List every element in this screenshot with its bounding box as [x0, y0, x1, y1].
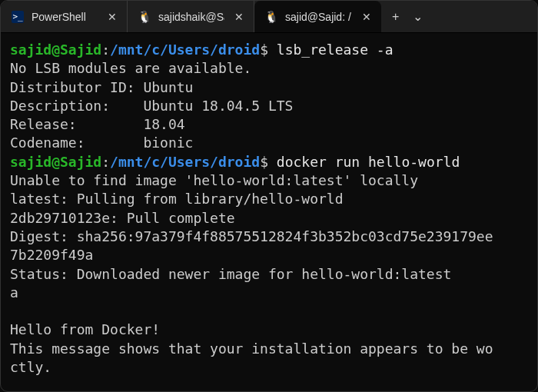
tab-dropdown-button[interactable]: ⌄	[413, 9, 423, 24]
output-line: Unable to find image 'hello-world:latest…	[10, 172, 418, 188]
tab-bar: >_ PowerShell ✕ 🐧 sajidshaik@Sa ✕ 🐧 saji…	[1, 1, 537, 33]
close-icon[interactable]: ✕	[232, 11, 246, 23]
terminal-window: >_ PowerShell ✕ 🐧 sajidshaik@Sa ✕ 🐧 saji…	[0, 0, 538, 392]
close-icon[interactable]: ✕	[360, 11, 374, 23]
tux-icon: 🐧	[138, 11, 151, 23]
output-line: Release: 18.04	[10, 116, 185, 132]
tab-label: PowerShell	[32, 11, 98, 23]
powershell-icon: >_	[12, 11, 24, 23]
tab-label: sajidshaik@Sa	[158, 11, 224, 23]
output-line: Codename: bionic	[10, 135, 193, 151]
tab-label: sajid@Sajid: /	[285, 11, 352, 23]
prompt-user: sajid@Sajid	[10, 154, 101, 170]
prompt-symbol: $	[260, 154, 268, 170]
output-line: Hello from Docker!	[10, 321, 160, 337]
output-line: a	[10, 284, 18, 301]
prompt-cwd: /mnt/c/Users/droid	[110, 42, 260, 58]
output-line: Distributor ID: Ubuntu	[10, 79, 193, 95]
command-1: lsb_release -a	[277, 42, 394, 58]
output-line: 7b2209f49a	[10, 247, 93, 263]
output-line: Status: Downloaded newer image for hello…	[10, 266, 451, 282]
output-line: 2db29710123e: Pull complete	[10, 210, 235, 226]
tab-actions: + ⌄	[381, 1, 433, 32]
tab-powershell[interactable]: >_ PowerShell ✕	[1, 1, 128, 32]
output-line: latest: Pulling from library/hello-world	[10, 191, 343, 207]
prompt-sep: :	[101, 42, 110, 58]
prompt-cwd: /mnt/c/Users/droid	[110, 154, 260, 170]
output-line: ctly.	[10, 359, 51, 375]
output-line: This message shows that your installatio…	[10, 341, 493, 357]
terminal-body[interactable]: sajid@Sajid:/mnt/c/Users/droid$ lsb_rele…	[1, 33, 537, 391]
prompt-sep: :	[101, 154, 110, 170]
new-tab-button[interactable]: +	[392, 10, 399, 24]
command-2: docker run hello-world	[277, 154, 460, 170]
prompt-user: sajid@Sajid	[10, 42, 101, 58]
output-line: Description: Ubuntu 18.04.5 LTS	[10, 98, 293, 114]
output-line: No LSB modules are available.	[10, 60, 251, 76]
close-icon[interactable]: ✕	[105, 11, 119, 23]
prompt-symbol: $	[260, 42, 268, 58]
tux-icon: 🐧	[265, 11, 277, 23]
tab-wsl-2[interactable]: 🐧 sajid@Sajid: / ✕	[254, 1, 381, 32]
tab-wsl-1[interactable]: 🐧 sajidshaik@Sa ✕	[128, 1, 254, 32]
output-line: Digest: sha256:97a379f4f88575512824f3b35…	[10, 228, 493, 244]
